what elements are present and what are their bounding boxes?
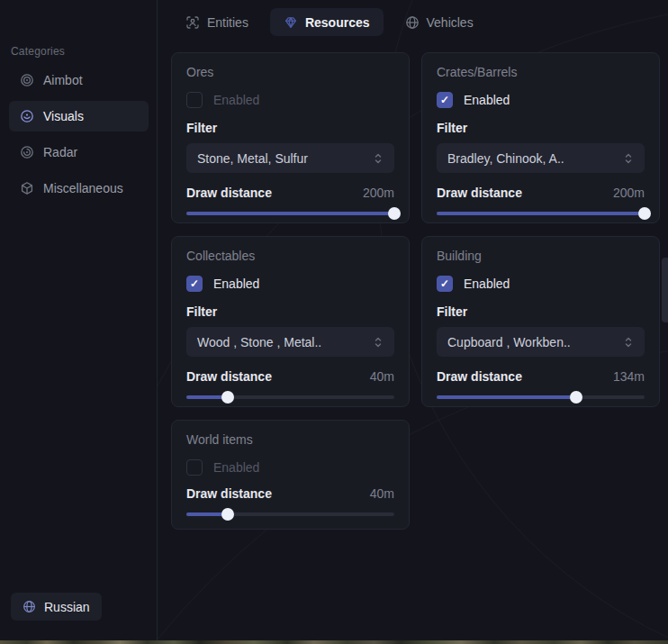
slider-fill xyxy=(186,395,228,399)
distance-label: Draw distance xyxy=(186,186,272,200)
distance-label: Draw distance xyxy=(437,186,522,200)
sidebar-item-label: Radar xyxy=(43,145,77,159)
enabled-label: Enabled xyxy=(213,93,259,107)
distance-slider[interactable] xyxy=(186,207,394,220)
checkmark-icon: ✓ xyxy=(440,95,449,105)
sidebar-item-radar[interactable]: Radar xyxy=(9,137,149,168)
sidebar-item-miscellaneous[interactable]: Miscellaneous xyxy=(9,173,149,204)
distance-label: Draw distance xyxy=(186,486,272,501)
distance-slider[interactable] xyxy=(186,391,394,404)
enabled-row: ✓ Enabled xyxy=(186,458,394,476)
distance-slider[interactable] xyxy=(437,391,645,404)
language-button-label: Russian xyxy=(44,600,90,614)
chevron-up-down-icon xyxy=(623,152,634,165)
gem-icon xyxy=(284,15,298,30)
filter-select[interactable]: Stone, Metal, Sulfur xyxy=(186,143,394,173)
filter-label: Filter xyxy=(186,304,394,319)
checkmark-icon: ✓ xyxy=(440,278,449,289)
enabled-row: ✓ Enabled xyxy=(186,275,394,293)
slider-thumb[interactable] xyxy=(638,207,651,220)
filter-select-value: Cupboard , Workben.. xyxy=(447,335,571,349)
card-title: Building xyxy=(437,249,645,263)
filter-select[interactable]: Wood , Stone , Metal.. xyxy=(186,327,394,357)
card-title: World items xyxy=(186,432,394,447)
enabled-label: Enabled xyxy=(464,277,510,291)
enabled-checkbox[interactable]: ✓ xyxy=(186,92,203,108)
categories-label: Categories xyxy=(11,45,65,58)
distance-label: Draw distance xyxy=(186,369,272,384)
distance-row: Draw distance 134m xyxy=(437,368,645,385)
enabled-checkbox[interactable]: ✓ xyxy=(437,92,453,108)
filter-label: Filter xyxy=(437,304,645,319)
tab-label: Entities xyxy=(207,15,248,30)
filter-select-value: Wood , Stone , Metal.. xyxy=(197,335,321,349)
distance-value: 200m xyxy=(363,186,394,200)
tab-label: Resources xyxy=(305,15,370,30)
sidebar-item-label: Aimbot xyxy=(43,73,83,87)
slider-thumb[interactable] xyxy=(221,508,234,521)
chevron-up-down-icon xyxy=(623,336,634,349)
enabled-checkbox[interactable]: ✓ xyxy=(437,276,453,292)
enabled-row: ✓ Enabled xyxy=(186,91,394,109)
cards-grid: Ores ✓ Enabled Filter Stone, Metal, Sulf… xyxy=(171,52,660,530)
distance-value: 40m xyxy=(370,369,394,384)
slider-fill xyxy=(186,512,228,516)
sidebar-item-label: Visuals xyxy=(43,109,84,123)
language-button[interactable]: Russian xyxy=(11,593,102,621)
scrollbar-thumb[interactable] xyxy=(662,258,668,322)
filter-select-value: Stone, Metal, Sulfur xyxy=(197,151,308,166)
enabled-label: Enabled xyxy=(464,93,510,107)
filter-label: Filter xyxy=(186,121,394,135)
filter-select[interactable]: Cupboard , Workben.. xyxy=(437,327,645,357)
globe-icon xyxy=(23,600,36,613)
slider-fill xyxy=(186,212,394,215)
card-title: Collectables xyxy=(186,249,394,263)
game-background-strip xyxy=(0,640,668,644)
tab-entities[interactable]: Entities xyxy=(182,8,252,36)
card-title: Crates/Barrels xyxy=(437,65,645,79)
distance-value: 200m xyxy=(613,186,645,200)
tab-bar: Entities Resources Vehicles xyxy=(182,8,477,36)
sidebar-nav: Aimbot Visuals Radar Miscellaneous xyxy=(9,65,149,209)
tab-label: Vehicles xyxy=(427,15,474,30)
card-collectables: Collectables ✓ Enabled Filter Wood , Sto… xyxy=(171,236,410,407)
sidebar-item-aimbot[interactable]: Aimbot xyxy=(9,65,149,95)
enabled-row: ✓ Enabled xyxy=(437,275,645,293)
distance-slider[interactable] xyxy=(186,508,394,521)
tab-vehicles[interactable]: Vehicles xyxy=(402,8,477,36)
eye-icon xyxy=(20,109,34,123)
filter-select-value: Bradley, Chinook, A.. xyxy=(447,151,564,166)
sidebar-item-label: Miscellaneous xyxy=(43,181,123,195)
target-icon xyxy=(20,73,34,87)
slider-thumb[interactable] xyxy=(388,207,401,220)
tab-resources[interactable]: Resources xyxy=(270,8,384,36)
slider-fill xyxy=(437,212,645,215)
enabled-checkbox[interactable]: ✓ xyxy=(186,459,203,476)
card-building: Building ✓ Enabled Filter Cupboard , Wor… xyxy=(421,236,660,407)
radar-icon xyxy=(20,145,34,159)
distance-slider[interactable] xyxy=(437,207,645,220)
enabled-label: Enabled xyxy=(213,277,259,291)
slider-thumb[interactable] xyxy=(221,391,234,404)
globe-icon xyxy=(405,15,420,30)
chevron-up-down-icon xyxy=(373,336,384,349)
card-crates-barrels: Crates/Barrels ✓ Enabled Filter Bradley,… xyxy=(421,52,660,223)
distance-value: 40m xyxy=(370,486,394,501)
filter-select[interactable]: Bradley, Chinook, A.. xyxy=(437,143,645,173)
enabled-label: Enabled xyxy=(213,460,259,475)
distance-row: Draw distance 40m xyxy=(186,485,394,502)
distance-value: 134m xyxy=(613,369,645,384)
checkmark-icon: ✓ xyxy=(190,278,199,289)
enabled-row: ✓ Enabled xyxy=(437,91,645,109)
card-world-items: World items ✓ Enabled Draw distance 40m xyxy=(171,420,410,530)
distance-row: Draw distance 200m xyxy=(437,185,645,201)
sidebar: Categories Aimbot Visuals Radar Miscella… xyxy=(0,0,158,640)
box-icon xyxy=(20,181,34,195)
sidebar-item-visuals[interactable]: Visuals xyxy=(9,101,149,132)
enabled-checkbox[interactable]: ✓ xyxy=(186,276,203,292)
slider-thumb[interactable] xyxy=(570,391,582,404)
filter-label: Filter xyxy=(437,121,645,135)
chevron-up-down-icon xyxy=(373,152,384,165)
slider-fill xyxy=(437,395,576,399)
distance-row: Draw distance 40m xyxy=(186,368,394,385)
